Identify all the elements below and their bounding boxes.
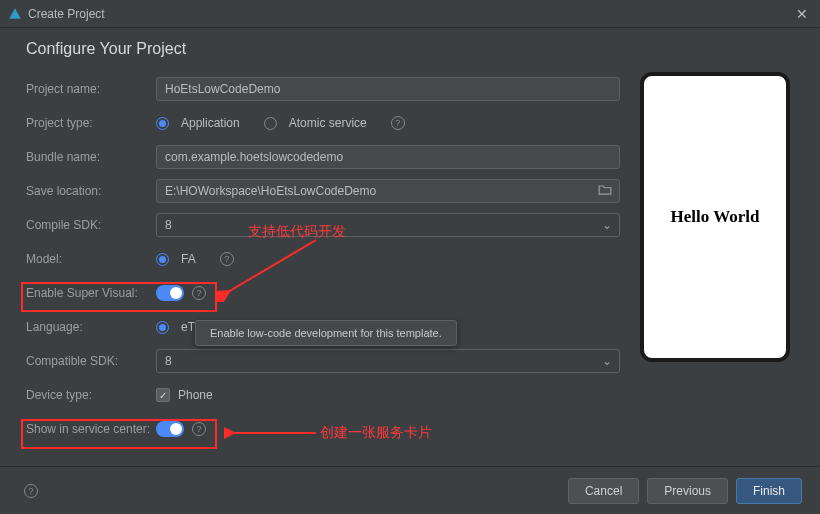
radio-model-fa[interactable] bbox=[156, 253, 169, 266]
help-icon-model[interactable]: ? bbox=[220, 252, 234, 266]
project-name-input[interactable] bbox=[156, 77, 620, 101]
phone-preview: Hello World bbox=[640, 72, 790, 362]
label-compile-sdk: Compile SDK: bbox=[26, 218, 156, 232]
previous-button[interactable]: Previous bbox=[647, 478, 728, 504]
help-icon-super-visual[interactable]: ? bbox=[192, 286, 206, 300]
compatible-sdk-select[interactable]: 8 ⌄ bbox=[156, 349, 620, 373]
checkbox-phone[interactable]: ✓ bbox=[156, 388, 170, 402]
label-bundle-name: Bundle name: bbox=[26, 150, 156, 164]
label-compatible-sdk: Compatible SDK: bbox=[26, 354, 156, 368]
close-icon[interactable]: ✕ bbox=[792, 6, 812, 22]
cancel-button[interactable]: Cancel bbox=[568, 478, 639, 504]
save-location-input[interactable] bbox=[156, 179, 620, 203]
tooltip-super-visual: Enable low-code development for this tem… bbox=[195, 320, 457, 346]
radio-application[interactable] bbox=[156, 117, 169, 130]
label-show-service-center: Show in service center: bbox=[26, 422, 156, 436]
checkbox-phone-label: Phone bbox=[178, 388, 213, 402]
finish-button[interactable]: Finish bbox=[736, 478, 802, 504]
folder-browse-icon[interactable] bbox=[598, 184, 612, 199]
bundle-name-input[interactable] bbox=[156, 145, 620, 169]
radio-atomic-service-label: Atomic service bbox=[289, 116, 367, 130]
toggle-service-center[interactable] bbox=[156, 421, 184, 437]
label-device-type: Device type: bbox=[26, 388, 156, 402]
radio-atomic-service[interactable] bbox=[264, 117, 277, 130]
radio-language-ets[interactable] bbox=[156, 321, 169, 334]
help-icon-service-center[interactable]: ? bbox=[192, 422, 206, 436]
window-title: Create Project bbox=[28, 7, 105, 21]
app-logo-icon bbox=[8, 7, 22, 21]
toggle-super-visual[interactable] bbox=[156, 285, 184, 301]
compile-sdk-value: 8 bbox=[165, 218, 172, 232]
help-icon-footer[interactable]: ? bbox=[24, 484, 38, 498]
label-enable-super-visual: Enable Super Visual: bbox=[26, 286, 156, 300]
radio-model-fa-label: FA bbox=[181, 252, 196, 266]
label-project-name: Project name: bbox=[26, 82, 156, 96]
page-title: Configure Your Project bbox=[26, 40, 794, 58]
label-model: Model: bbox=[26, 252, 156, 266]
label-project-type: Project type: bbox=[26, 116, 156, 130]
preview-text: Hello World bbox=[671, 207, 760, 227]
label-save-location: Save location: bbox=[26, 184, 156, 198]
help-icon-project-type[interactable]: ? bbox=[391, 116, 405, 130]
compatible-sdk-value: 8 bbox=[165, 354, 172, 368]
compile-sdk-select[interactable]: 8 ⌄ bbox=[156, 213, 620, 237]
radio-application-label: Application bbox=[181, 116, 240, 130]
label-language: Language: bbox=[26, 320, 156, 334]
tooltip-text: Enable low-code development for this tem… bbox=[210, 327, 442, 339]
